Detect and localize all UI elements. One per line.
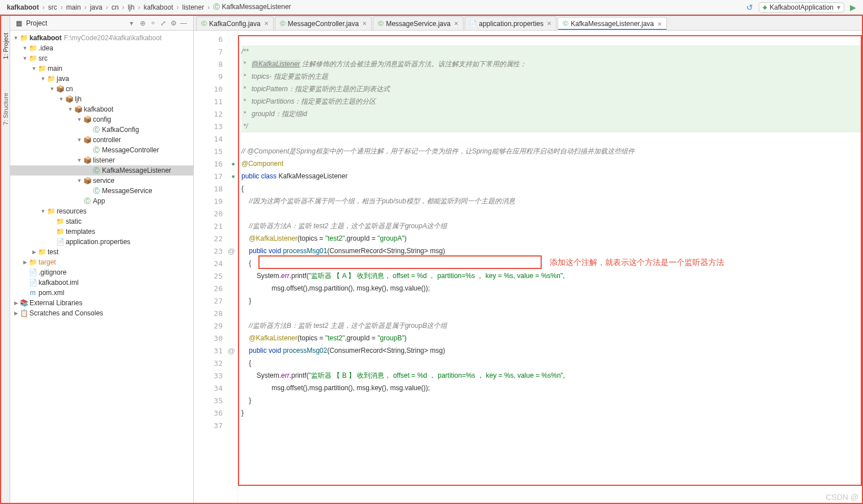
gutter-line-16[interactable]: 16● bbox=[194, 157, 237, 170]
gutter-line-33[interactable]: 33 bbox=[194, 369, 237, 382]
tree-node-application-properties[interactable]: 📄application.properties bbox=[10, 237, 193, 247]
run-icon[interactable]: ▶ bbox=[848, 3, 858, 12]
breadcrumb: kafkaboot › src› main› java› cn› ljh› ka… bbox=[0, 0, 863, 15]
tree-scratches[interactable]: ▶📋Scratches and Consoles bbox=[10, 308, 193, 318]
expand-icon[interactable]: ⤢ bbox=[158, 19, 168, 27]
gutter-line-30[interactable]: 30 bbox=[194, 332, 237, 344]
gutter-line-20[interactable]: 20 bbox=[194, 207, 237, 220]
tree-node--idea[interactable]: ▼📁.idea bbox=[10, 43, 193, 53]
tree-node-static[interactable]: 📁static bbox=[10, 216, 193, 227]
crumb-cn[interactable]: cn bbox=[109, 3, 121, 11]
crumb-src[interactable]: src bbox=[46, 3, 59, 11]
gutter-line-10[interactable]: 10 bbox=[194, 83, 237, 95]
tree-external-libraries[interactable]: ▶📚External Libraries bbox=[10, 298, 193, 308]
tree-node--gitignore[interactable]: 📄.gitignore bbox=[10, 267, 193, 277]
gutter-line-17[interactable]: 17● bbox=[194, 170, 237, 182]
crumb-java[interactable]: java bbox=[88, 3, 105, 11]
tab-kafkaconfig-java[interactable]: ⒸKafkaConfig.java✕ bbox=[196, 16, 274, 30]
gutter-line-29[interactable]: 29 bbox=[194, 319, 237, 332]
gutter-line-21[interactable]: 21 bbox=[194, 220, 237, 232]
tree-node-messageservice[interactable]: ⒸMessageService bbox=[10, 186, 193, 196]
tree-root[interactable]: ▼📁 kafkaboot F:\myCode2024\kafka\kafkabo… bbox=[10, 33, 193, 43]
gutter-line-32[interactable]: 32 bbox=[194, 357, 237, 369]
code-area: 678910111213141516●17●181920212223@24252… bbox=[194, 31, 862, 503]
reimport-icon[interactable]: ↺ bbox=[744, 3, 755, 12]
gutter-line-35[interactable]: 35 bbox=[194, 394, 237, 407]
tree-node-messagecontroller[interactable]: ⒸMessageController bbox=[10, 145, 193, 155]
gutter-line-19[interactable]: 19 bbox=[194, 195, 237, 207]
sidebar-tab-structure[interactable]: 7: Structure bbox=[2, 93, 9, 125]
close-icon[interactable]: ✕ bbox=[657, 21, 662, 27]
gutter[interactable]: 678910111213141516●17●181920212223@24252… bbox=[194, 31, 238, 503]
tree-node-resources[interactable]: ▼📁resources bbox=[10, 206, 193, 216]
gutter-line-12[interactable]: 12 bbox=[194, 108, 237, 120]
gutter-line-25[interactable]: 25 bbox=[194, 270, 237, 282]
crumb-listener[interactable]: listener bbox=[180, 3, 206, 11]
gutter-line-34[interactable]: 34 bbox=[194, 382, 237, 394]
tree-node-config[interactable]: ▼📦config bbox=[10, 114, 193, 125]
gutter-line-11[interactable]: 11 bbox=[194, 95, 237, 108]
tree-node-kafkaconfig[interactable]: ⒸKafkaConfig bbox=[10, 125, 193, 135]
gutter-line-15[interactable]: 15 bbox=[194, 145, 237, 157]
code-content[interactable]: /** * @KafkaListener 注解修饰的方法会被注册为消息监听器方法… bbox=[238, 31, 862, 503]
gear-icon[interactable]: ⚙ bbox=[168, 19, 178, 27]
gutter-line-9[interactable]: 9 bbox=[194, 70, 237, 83]
gutter-line-28[interactable]: 28 bbox=[194, 307, 237, 319]
gutter-line-13[interactable]: 13 bbox=[194, 120, 237, 133]
crumb-class[interactable]: Ⓒ KafkaMessageListener bbox=[211, 2, 293, 12]
tree-node-controller[interactable]: ▼📦controller bbox=[10, 135, 193, 145]
gutter-line-14[interactable]: 14 bbox=[194, 133, 237, 145]
gutter-line-8[interactable]: 8 bbox=[194, 58, 237, 70]
project-title: Project bbox=[25, 19, 130, 27]
close-icon[interactable]: ✕ bbox=[362, 20, 367, 27]
tab-messageservice-java[interactable]: ⒸMessageService.java✕ bbox=[373, 16, 464, 30]
tree-node-listener[interactable]: ▼📦listener bbox=[10, 155, 193, 165]
project-header: ▦ Project ▾ ⊕ ÷ ⤢ ⚙ — bbox=[10, 16, 193, 31]
dropdown-icon[interactable]: ▾ bbox=[130, 19, 133, 27]
hide-icon[interactable]: — bbox=[178, 19, 189, 27]
tab-application-properties[interactable]: 📄application.properties✕ bbox=[465, 16, 556, 30]
crumb-main[interactable]: main bbox=[64, 3, 83, 11]
collapse-icon[interactable]: ÷ bbox=[148, 19, 158, 27]
gutter-line-26[interactable]: 26 bbox=[194, 282, 237, 294]
tree-node-main[interactable]: ▼📁main bbox=[10, 63, 193, 74]
tree-node-service[interactable]: ▼📦service bbox=[10, 176, 193, 186]
tree-node-target[interactable]: ▶📁target bbox=[10, 257, 193, 267]
tree-node-src[interactable]: ▼📁src bbox=[10, 53, 193, 63]
locate-icon[interactable]: ⊕ bbox=[138, 19, 148, 27]
tree-node-kafkaboot[interactable]: ▼📦kafkaboot bbox=[10, 104, 193, 114]
tree-node-cn[interactable]: ▼📦cn bbox=[10, 84, 193, 94]
tree-node-test[interactable]: ▶📁test bbox=[10, 247, 193, 257]
gutter-line-7[interactable]: 7 bbox=[194, 45, 237, 58]
run-config-selector[interactable]: ◆KafkabootApplication▾ bbox=[759, 2, 844, 12]
tree-node-app[interactable]: ⒸApp bbox=[10, 196, 193, 206]
tree-node-ljh[interactable]: ▼📦ljh bbox=[10, 94, 193, 104]
crumb-ljh[interactable]: ljh bbox=[125, 3, 137, 11]
gutter-line-22[interactable]: 22 bbox=[194, 232, 237, 245]
crumb-kafkaboot[interactable]: kafkaboot bbox=[141, 3, 175, 11]
tool-sidebar: 1: Project 7: Structure bbox=[1, 16, 10, 503]
gutter-line-37[interactable]: 37 bbox=[194, 419, 237, 432]
close-icon[interactable]: ✕ bbox=[454, 20, 458, 27]
tree-node-kafkamessagelistener[interactable]: ⒸKafkaMessageListener bbox=[10, 165, 193, 176]
crumb-root[interactable]: kafkaboot bbox=[5, 3, 41, 11]
tree-node-kafkaboot-iml[interactable]: 📄kafkaboot.iml bbox=[10, 277, 193, 288]
gutter-line-24[interactable]: 24 bbox=[194, 257, 237, 270]
tree-node-java[interactable]: ▼📁java bbox=[10, 74, 193, 84]
gutter-line-23[interactable]: 23@ bbox=[194, 245, 237, 257]
gutter-line-31[interactable]: 31@ bbox=[194, 344, 237, 357]
project-icon: ▦ bbox=[15, 19, 23, 27]
close-icon[interactable]: ✕ bbox=[264, 20, 269, 27]
editor: ⒸKafkaConfig.java✕ⒸMessageController.jav… bbox=[194, 16, 862, 503]
gutter-line-36[interactable]: 36 bbox=[194, 407, 237, 419]
tab-messagecontroller-java[interactable]: ⒸMessageController.java✕ bbox=[275, 16, 372, 30]
gutter-line-18[interactable]: 18 bbox=[194, 182, 237, 195]
tree-node-pom-xml[interactable]: mpom.xml bbox=[10, 288, 193, 298]
tree-node-templates[interactable]: 📁templates bbox=[10, 227, 193, 237]
project-tree[interactable]: ▼📁 kafkaboot F:\myCode2024\kafka\kafkabo… bbox=[10, 31, 193, 503]
gutter-line-6[interactable]: 6 bbox=[194, 33, 237, 45]
sidebar-tab-project[interactable]: 1: Project bbox=[2, 33, 9, 59]
gutter-line-27[interactable]: 27 bbox=[194, 294, 237, 307]
tab-kafkamessagelistener-java[interactable]: ⒸKafkaMessageListener.java✕ bbox=[558, 17, 667, 31]
close-icon[interactable]: ✕ bbox=[547, 20, 551, 27]
